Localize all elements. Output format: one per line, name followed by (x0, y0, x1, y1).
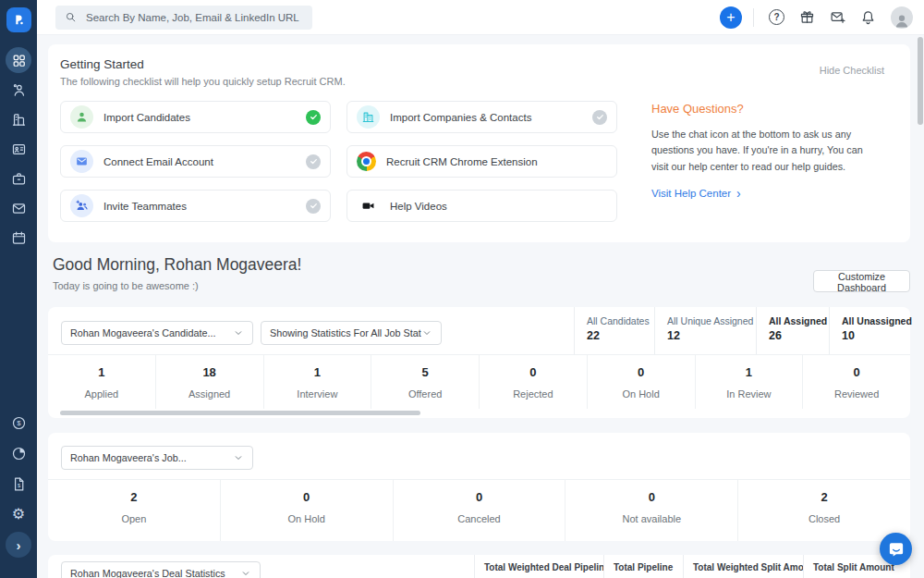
sidebar-item-dashboard[interactable] (6, 47, 31, 73)
sidebar-item-companies[interactable] (6, 106, 31, 132)
user-icon (70, 105, 93, 129)
check-done-icon (306, 110, 321, 125)
bell-icon (860, 9, 876, 25)
stat-value: 5 (371, 365, 479, 379)
checklist-item-import-companies[interactable]: Import Companies & Contacts (346, 101, 617, 133)
sidebar-expand-button[interactable]: › (6, 532, 31, 558)
stat-on-hold: 0On Hold (587, 355, 695, 409)
check-pending-icon (306, 199, 321, 214)
dropdown-label: Showing Statistics For All Job Statuses (270, 327, 421, 338)
stat-value: 0 (565, 490, 737, 504)
stat-assigned: 18Assigned (155, 355, 263, 409)
stat-value: 1 (48, 365, 155, 379)
checklist-item-invite-teammates[interactable]: Invite Teammates (60, 190, 331, 222)
job-pipeline: 2Open 0On Hold 0Canceled 0Not available … (48, 480, 910, 541)
sidebar-item-invoices[interactable]: $ (6, 471, 31, 497)
deals-icon: $ (11, 415, 27, 431)
checklist-item-label: Recruit CRM Chrome Extension (386, 156, 607, 167)
chat-bubble-icon (888, 541, 905, 558)
avatar[interactable] (891, 6, 913, 29)
stat-label: On Hold (588, 388, 695, 400)
sidebar-item-calendar[interactable] (6, 225, 31, 251)
help-button[interactable]: ? (761, 5, 792, 31)
visit-help-center-label: Visit Help Center (651, 188, 731, 199)
stat-label: On Hold (221, 513, 393, 524)
hide-checklist-link[interactable]: Hide Checklist (820, 65, 884, 76)
visit-help-center-link[interactable]: Visit Help Center › (651, 187, 741, 200)
stat-label: Interview (264, 388, 371, 400)
sidebar-item-jobs[interactable] (6, 166, 31, 191)
stat-label: Offered (371, 388, 479, 400)
stat-closed: 2Closed (737, 480, 910, 541)
stat-value: 0 (803, 365, 910, 379)
checklist-item-label: Import Companies & Contacts (390, 112, 582, 123)
notifications-button[interactable] (853, 5, 883, 31)
gift-icon (799, 9, 815, 25)
dropdown-label: Rohan Mogaveera's Deal Statistics (70, 568, 225, 578)
deal-owner-dropdown[interactable]: Rohan Mogaveera's Deal Statistics (61, 561, 261, 578)
summary-value: 26 (769, 329, 829, 342)
job-stats-card: Rohan Mogaveera's Job... 2Open 0On Hold … (48, 433, 910, 541)
sidebar-nav-top (6, 47, 31, 251)
compose-email-button[interactable] (822, 5, 853, 31)
sidebar-item-candidates[interactable] (6, 77, 31, 103)
contacts-icon (11, 141, 27, 157)
candidate-pipeline: 1Applied 18Assigned 1Interview 5Offered … (48, 355, 910, 409)
recruit-crm-logo[interactable] (6, 7, 31, 32)
quick-add-button[interactable]: + (720, 6, 742, 29)
stat-canceled: 0Canceled (393, 480, 565, 541)
checklist-item-label: Import Candidates (103, 112, 296, 123)
sidebar-item-deals[interactable]: $ (6, 410, 31, 436)
sidebar-item-emails[interactable] (6, 195, 31, 221)
chevron-right-icon: › (736, 187, 741, 200)
checklist-item-label: Help Videos (390, 201, 607, 212)
chevron-down-icon (240, 568, 251, 578)
calendar-icon (11, 230, 27, 246)
chevron-right-icon: › (17, 538, 21, 552)
sidebar-item-contacts[interactable] (6, 136, 31, 162)
checklist-item-help-videos[interactable]: Help Videos (346, 190, 617, 222)
summary-label: All Assigned (769, 315, 829, 326)
have-questions-title: Have Questions? (651, 102, 882, 116)
search-input[interactable] (84, 11, 303, 24)
stat-reviewed: 0Reviewed (802, 355, 910, 409)
checklist-item-label: Connect Email Account (103, 156, 296, 167)
stat-label: Canceled (394, 513, 565, 524)
vertical-scrollbar[interactable] (918, 37, 923, 125)
sidebar: $ $ ⚙ › (0, 0, 37, 578)
topbar: + ? (37, 0, 924, 35)
chat-widget-button[interactable] (880, 533, 912, 565)
stat-label: Not available (565, 513, 737, 524)
checklist-item-connect-email[interactable]: Connect Email Account (60, 145, 331, 178)
stat-label: Rejected (480, 388, 587, 400)
header-total-weighted-deal-pipeline: Total Weighted Deal Pipeline (474, 555, 603, 578)
summary-all-unassigned: All Unassigned 10 (829, 307, 910, 354)
dashboard-icon (11, 53, 27, 68)
job-status-filter-dropdown[interactable]: Showing Statistics For All Job Statuses (261, 321, 442, 345)
have-questions-body: Use the chat icon at the bottom to ask u… (651, 127, 873, 175)
stat-label: Applied (48, 388, 155, 400)
candidate-stats-card: Rohan Mogaveera's Candidate... Showing S… (48, 307, 910, 418)
checklist-item-import-candidates[interactable]: Import Candidates (60, 101, 331, 133)
summary-value: 22 (587, 329, 654, 342)
candidate-owner-dropdown[interactable]: Rohan Mogaveera's Candidate... (61, 321, 253, 345)
customize-dashboard-button[interactable]: Customize Dashboard (813, 270, 910, 292)
rewards-button[interactable] (792, 5, 822, 31)
companies-icon (11, 112, 27, 128)
stat-open: 2Open (48, 480, 220, 541)
stat-value: 1 (264, 365, 371, 379)
chevron-down-icon (421, 327, 432, 338)
search-icon (65, 11, 77, 23)
horizontal-scrollbar[interactable] (60, 411, 420, 415)
stat-on-hold: 0On Hold (220, 480, 393, 541)
job-owner-dropdown[interactable]: Rohan Mogaveera's Job... (61, 446, 253, 470)
checklist-item-chrome-extension[interactable]: Recruit CRM Chrome Extension (346, 145, 617, 178)
svg-text:$: $ (17, 483, 20, 488)
sidebar-item-reports[interactable] (6, 440, 31, 466)
stat-value: 0 (394, 490, 565, 504)
sidebar-item-settings[interactable]: ⚙ (6, 501, 31, 527)
summary-label: All Unique Assigned (667, 315, 756, 326)
summary-value: 10 (842, 329, 910, 342)
global-search[interactable] (55, 6, 312, 30)
stat-label: Assigned (156, 388, 263, 400)
